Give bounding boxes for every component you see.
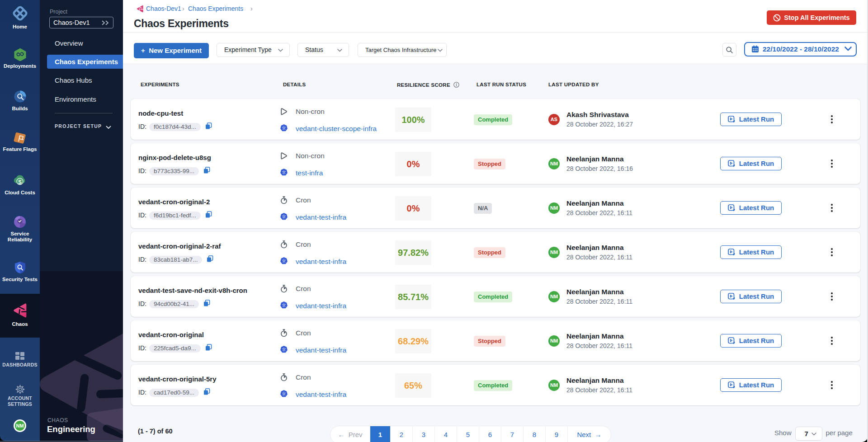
svg-text:$: $ — [18, 179, 22, 185]
